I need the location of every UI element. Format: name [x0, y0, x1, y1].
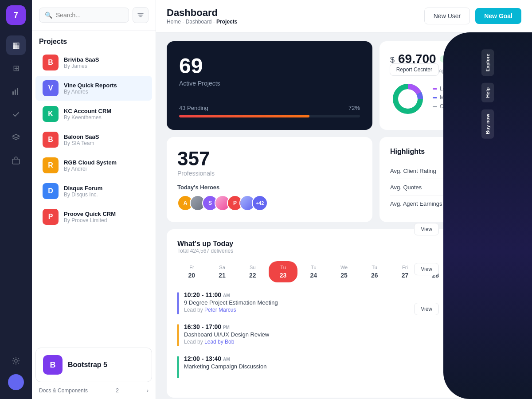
highlights-card: Highlights Avg. Client Rating ↗ 7.8 /10 …: [379, 137, 521, 222]
heroes-label: Today's Heroes: [177, 184, 362, 191]
view-button-1[interactable]: View: [414, 223, 439, 235]
highlight-earnings: Avg. Agent Earnings ↗ $2,309: [390, 196, 511, 211]
donut-chart: [390, 81, 426, 117]
cal-day-24[interactable]: Tu24: [299, 261, 328, 282]
search-box[interactable]: 🔍: [39, 8, 129, 23]
cal-day-30[interactable]: Mo30: [482, 261, 511, 282]
earnings-value: ↗ $2,309: [485, 200, 511, 207]
cal-day-20[interactable]: Fr20: [177, 261, 206, 282]
event-1-lead-link[interactable]: Peter Marcus: [204, 307, 236, 313]
event-2: 16:30 - 17:00 PM Dashboard UI/UX Design …: [177, 323, 511, 346]
cal-day-26[interactable]: Tu26: [360, 261, 389, 282]
event-2-title: Dashboard UI/UX Design Review: [184, 331, 269, 338]
projects-label: Projects: [32, 31, 156, 49]
heroes-avatars: A S P +42: [177, 195, 362, 211]
report-center-button[interactable]: Report Cecnter: [390, 63, 439, 76]
svg-point-4: [15, 360, 17, 362]
project-by-1: By Andres: [64, 89, 145, 95]
earnings-card: $ 69,700 ↑ 2.2% Projects Earnings in Apr…: [379, 41, 521, 130]
project-name-5: Disqus Forum: [64, 185, 145, 192]
header-actions: New User New Goal: [424, 8, 521, 24]
view-button-2[interactable]: View: [414, 263, 439, 275]
donut-legend: Leaf CRM $7,660 Mivy App $2,820 Others $…: [433, 86, 511, 112]
sidebar-project-1[interactable]: V Vine Quick Reports By Andres: [35, 76, 152, 101]
breadcrumb-home: Home -: [167, 19, 184, 25]
page-title: Dashboard: [167, 7, 237, 19]
project-by-3: By SIA Team: [64, 140, 145, 146]
search-icon: 🔍: [45, 12, 52, 19]
project-list: B Briviba SaaS By James V Vine Quick Rep…: [32, 49, 156, 344]
event-1-time: 10:20 - 11:00 AM: [184, 291, 278, 298]
nav-dashboard-icon[interactable]: ▦: [6, 35, 26, 55]
cal-day-29[interactable]: Su29: [452, 261, 481, 282]
event-2-lead-link[interactable]: Lead by Bob: [204, 339, 234, 345]
filter-button[interactable]: [133, 7, 149, 23]
top-header: Dashboard Home - Dashboard - Projects Ne…: [156, 0, 532, 32]
whats-up-subtitle: Total 424,567 deliveries: [177, 248, 511, 254]
breadcrumb-dashboard: Dashboard -: [186, 19, 215, 25]
event-2-bar: [177, 324, 179, 346]
new-user-button[interactable]: New User: [424, 8, 470, 24]
calendar-days: Fr20 Sa21 Su22 Tu23 Tu24 We25 Tu26 Fri27…: [177, 261, 511, 282]
new-goal-button[interactable]: New Goal: [475, 8, 521, 24]
nav-chart-icon[interactable]: [6, 82, 26, 101]
nav-settings-icon[interactable]: [6, 351, 26, 371]
help-button[interactable]: Help: [481, 83, 494, 102]
sidebar-project-2[interactable]: K KC Account CRM By Keenthemes: [35, 102, 152, 126]
sidebar-project-3[interactable]: B Baloon SaaS By SIA Team: [35, 127, 152, 152]
breadcrumb: Home - Dashboard - Projects: [167, 19, 237, 25]
professionals-card: 357 Professionals Today's Heroes A S: [167, 137, 372, 222]
nav-layers-icon[interactable]: [6, 128, 26, 147]
explore-button[interactable]: Explore: [481, 49, 494, 76]
event-1-lead: Lead by Peter Marcus: [184, 307, 278, 313]
cal-day-22[interactable]: Su22: [238, 261, 267, 282]
project-by-2: By Keenthemes: [64, 114, 145, 121]
client-rating-label: Avg. Client Rating: [390, 168, 436, 174]
nav-check-icon[interactable]: [6, 105, 26, 124]
bottom-avatar[interactable]: [8, 374, 24, 390]
nav-briefcase-icon[interactable]: [6, 151, 26, 170]
active-projects-count: 69: [179, 54, 360, 78]
nav-user-number[interactable]: 7: [6, 5, 26, 25]
project-name-6: Proove Quick CRM: [64, 211, 145, 217]
buy-now-button[interactable]: Buy now: [481, 110, 494, 139]
highlight-quotes: Avg. Quotes ↙ 730: [390, 179, 511, 196]
nav-grid-icon[interactable]: ⊞: [6, 59, 26, 78]
project-by-5: By Disqus Inc.: [64, 192, 145, 198]
docs-row[interactable]: Docs & Components 2 ›: [32, 386, 156, 399]
professionals-count: 357: [177, 148, 362, 170]
search-input[interactable]: [56, 12, 123, 19]
sidebar-project-0[interactable]: B Briviba SaaS By James: [35, 50, 152, 75]
cal-day-23-today[interactable]: Tu23: [269, 261, 297, 282]
professionals-label: Professionals: [177, 170, 362, 177]
project-logo-1: V: [43, 80, 59, 96]
sidebar-project-6[interactable]: P Proove Quick CRM By Proove Limited: [35, 204, 152, 229]
project-name-2: KC Account CRM: [64, 108, 145, 114]
view-button-3[interactable]: View: [414, 303, 439, 315]
earnings-badge: ↑ 2.2%: [440, 55, 462, 63]
sidebar-search-row: 🔍: [32, 0, 156, 31]
svg-rect-0: [12, 91, 14, 95]
project-by-0: By James: [64, 63, 145, 69]
earnings-label: Avg. Agent Earnings: [390, 200, 442, 207]
progress-fill: [179, 115, 309, 117]
project-logo-4: R: [43, 157, 59, 173]
sidebar-project-4[interactable]: R RGB Cloud System By Andrei: [35, 153, 152, 178]
svg-rect-2: [17, 88, 18, 95]
bootstrap-label: Bootstrap 5: [68, 361, 107, 369]
event-2-time: 16:30 - 17:00 PM: [184, 323, 269, 330]
event-1-title: 9 Degree Project Estimation Meeting: [184, 299, 278, 306]
cal-day-21[interactable]: Sa21: [208, 261, 237, 282]
event-1-bar: [177, 292, 179, 314]
event-3: 12:00 - 13:40 AM Marketing Campaign Disc…: [177, 355, 511, 378]
dashboard-content: 69 Active Projects 43 Pending 72%: [156, 32, 532, 399]
event-2-lead: Lead by Lead by Bob: [184, 339, 269, 345]
cal-day-25[interactable]: We25: [330, 261, 359, 282]
main-area: Dashboard Home - Dashboard - Projects Ne…: [156, 0, 532, 399]
sidebar-project-5[interactable]: D Disqus Forum By Disqus Inc.: [35, 179, 152, 203]
progress-pct: 72%: [348, 105, 360, 111]
event-3-title: Marketing Campaign Discussion: [184, 363, 266, 370]
quotes-value: ↙ 730: [494, 184, 511, 191]
project-logo-5: D: [43, 183, 59, 199]
bootstrap-card[interactable]: B Bootstrap 5: [35, 348, 152, 382]
